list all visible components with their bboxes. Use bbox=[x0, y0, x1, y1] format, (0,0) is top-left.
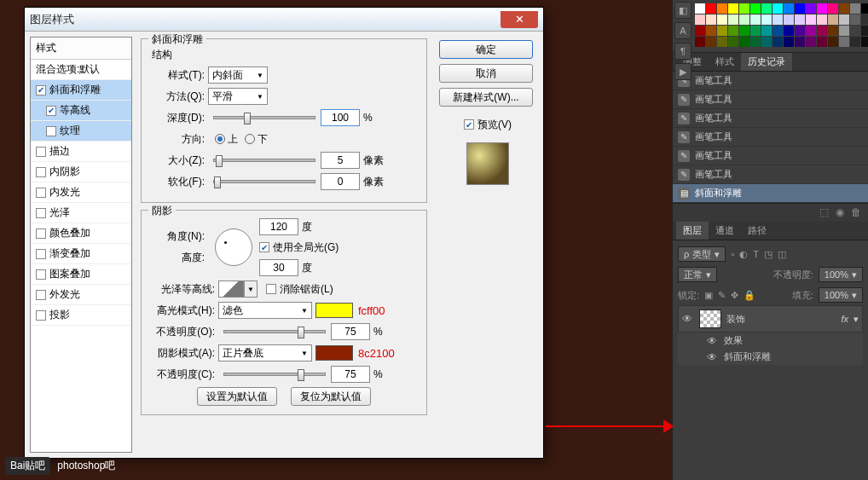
color-swatch[interactable] bbox=[750, 26, 761, 36]
checkbox[interactable]: ✔ bbox=[46, 106, 56, 116]
color-swatch[interactable] bbox=[761, 14, 772, 25]
color-swatch[interactable] bbox=[750, 37, 761, 47]
trash-icon[interactable]: 🗑 bbox=[851, 206, 861, 219]
color-swatch[interactable] bbox=[784, 37, 794, 47]
filter-smart-icon[interactable]: ◫ bbox=[778, 249, 786, 260]
layer-thumbnail[interactable] bbox=[699, 309, 721, 328]
sidebar-item-6[interactable]: 光泽 bbox=[31, 203, 131, 223]
color-swatch[interactable] bbox=[773, 37, 783, 47]
sh-color-swatch[interactable] bbox=[315, 345, 353, 361]
lock-pixels-icon[interactable]: ▣ bbox=[704, 290, 713, 301]
color-swatch[interactable] bbox=[695, 26, 705, 36]
fill-input[interactable]: 100%▾ bbox=[819, 287, 863, 303]
color-swatch[interactable] bbox=[795, 37, 805, 47]
technique-select[interactable]: 平滑▼ bbox=[208, 88, 268, 105]
lock-position-icon[interactable]: ✥ bbox=[731, 290, 738, 301]
sidebar-item-3[interactable]: 描边 bbox=[31, 142, 131, 162]
altitude-input[interactable]: 30 bbox=[259, 259, 298, 276]
color-swatch[interactable] bbox=[861, 3, 868, 14]
sidebar-item-4[interactable]: 内阴影 bbox=[31, 162, 131, 182]
create-snapshot-icon[interactable]: ⬚ bbox=[819, 206, 829, 219]
size-slider[interactable] bbox=[213, 159, 315, 162]
titlebar[interactable]: 图层样式 ✕ bbox=[25, 8, 543, 32]
color-swatch[interactable] bbox=[839, 37, 849, 47]
color-swatch[interactable] bbox=[828, 3, 838, 14]
hl-opacity-input[interactable]: 75 bbox=[331, 323, 370, 340]
new-style-button[interactable]: 新建样式(W)... bbox=[439, 88, 533, 107]
preview-checkbox[interactable]: ✔ bbox=[464, 119, 474, 130]
hl-mode-select[interactable]: 滤色▼ bbox=[218, 302, 312, 319]
history-item[interactable]: ✎画笔工具 bbox=[673, 90, 868, 109]
direction-down-radio[interactable] bbox=[245, 134, 255, 144]
color-swatch[interactable] bbox=[795, 14, 805, 25]
color-swatch[interactable] bbox=[739, 37, 749, 47]
color-swatch[interactable] bbox=[761, 37, 772, 47]
history-item-selected[interactable]: ▤斜面和浮雕 bbox=[673, 184, 868, 203]
color-swatch[interactable] bbox=[861, 37, 868, 47]
tab-layers[interactable]: 图层 bbox=[676, 222, 709, 240]
color-swatch[interactable] bbox=[806, 14, 816, 25]
color-swatch[interactable] bbox=[795, 3, 805, 14]
history-item[interactable]: ✎画笔工具 bbox=[673, 147, 868, 165]
color-swatch[interactable] bbox=[728, 14, 738, 25]
sh-opacity-slider[interactable] bbox=[223, 373, 326, 376]
color-swatch[interactable] bbox=[839, 14, 849, 25]
play-icon[interactable]: ▶ bbox=[674, 63, 692, 80]
camera-icon[interactable]: ◉ bbox=[836, 206, 844, 219]
color-swatch[interactable] bbox=[728, 37, 738, 47]
history-item[interactable]: ✎画笔工具 bbox=[673, 72, 868, 90]
type-icon[interactable]: A bbox=[674, 22, 692, 39]
color-swatch[interactable] bbox=[739, 26, 749, 36]
cancel-button[interactable]: 取消 bbox=[439, 64, 533, 83]
tab-styles[interactable]: 样式 bbox=[709, 53, 741, 71]
paragraph-icon[interactable]: ¶ bbox=[674, 43, 692, 60]
color-swatch[interactable] bbox=[861, 26, 868, 36]
color-swatch[interactable] bbox=[817, 14, 827, 25]
filter-pixel-icon[interactable]: ▫ bbox=[731, 249, 734, 259]
size-input[interactable]: 5 bbox=[321, 152, 360, 169]
color-swatch[interactable] bbox=[795, 26, 805, 36]
checkbox[interactable] bbox=[36, 167, 46, 177]
sidebar-item-7[interactable]: 颜色叠加 bbox=[31, 223, 131, 244]
color-swatch[interactable] bbox=[839, 3, 849, 14]
color-swatch[interactable] bbox=[761, 3, 772, 14]
color-swatch[interactable] bbox=[695, 14, 705, 25]
color-swatch[interactable] bbox=[695, 37, 705, 47]
visibility-icon[interactable]: 👁 bbox=[682, 313, 694, 325]
sidebar-item-0[interactable]: ✔斜面和浮雕 bbox=[31, 80, 131, 101]
depth-slider[interactable] bbox=[213, 116, 315, 119]
tab-paths[interactable]: 路径 bbox=[741, 222, 773, 240]
collapse-effects-icon[interactable]: ▾ bbox=[854, 314, 859, 325]
color-swatch[interactable] bbox=[850, 37, 860, 47]
angle-dial[interactable] bbox=[215, 228, 252, 266]
filter-shape-icon[interactable]: ◳ bbox=[764, 249, 773, 260]
color-swatch[interactable] bbox=[828, 26, 838, 36]
soften-slider[interactable] bbox=[213, 180, 315, 183]
color-swatch[interactable] bbox=[839, 26, 849, 36]
color-swatch[interactable] bbox=[706, 3, 716, 14]
reset-default-button[interactable]: 复位为默认值 bbox=[291, 387, 371, 406]
effects-row[interactable]: 👁 效果 bbox=[678, 333, 863, 349]
antialias-checkbox[interactable] bbox=[266, 284, 276, 294]
color-swatch[interactable] bbox=[728, 26, 738, 36]
visibility-icon[interactable]: 👁 bbox=[707, 335, 719, 347]
set-default-button[interactable]: 设置为默认值 bbox=[197, 387, 277, 406]
lock-brush-icon[interactable]: ✎ bbox=[718, 290, 726, 301]
color-swatch[interactable] bbox=[817, 37, 827, 47]
color-swatch[interactable] bbox=[717, 14, 727, 25]
opacity-input[interactable]: 100%▾ bbox=[819, 267, 863, 282]
sh-mode-select[interactable]: 正片叠底▼ bbox=[218, 344, 312, 361]
hl-opacity-slider[interactable] bbox=[223, 330, 326, 333]
color-swatch[interactable] bbox=[773, 26, 783, 36]
checkbox[interactable]: ✔ bbox=[36, 85, 46, 95]
history-item[interactable]: ✎画笔工具 bbox=[673, 128, 868, 147]
hl-color-swatch[interactable] bbox=[315, 303, 353, 318]
effect-bevel-row[interactable]: 👁 斜面和浮雕 bbox=[678, 349, 863, 365]
color-swatch[interactable] bbox=[784, 3, 794, 14]
color-swatch[interactable] bbox=[828, 37, 838, 47]
depth-input[interactable]: 100 bbox=[321, 109, 360, 126]
checkbox[interactable] bbox=[36, 290, 46, 300]
checkbox[interactable] bbox=[36, 188, 46, 198]
color-swatch[interactable] bbox=[750, 14, 761, 25]
checkbox[interactable] bbox=[36, 249, 46, 259]
